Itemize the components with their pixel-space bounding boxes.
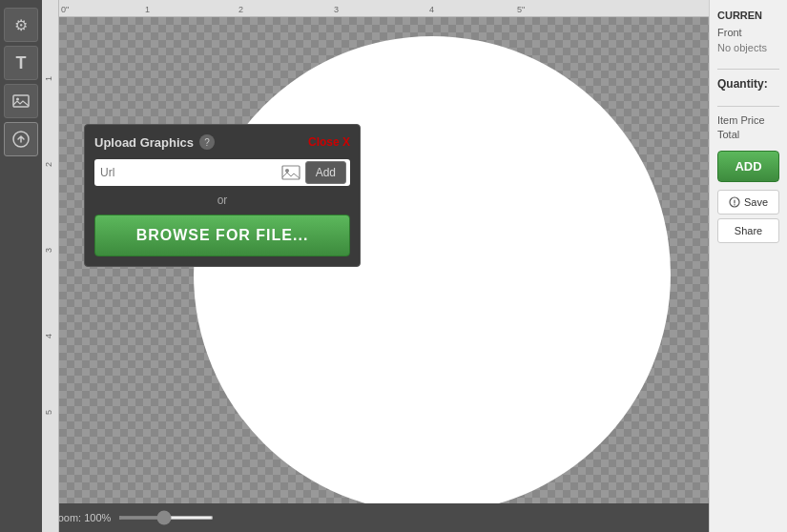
item-price-row: Item Price (717, 114, 779, 126)
ruler-mark-5: 5" (517, 5, 525, 14)
current-section-title: CURREN (717, 10, 779, 21)
save-icon (729, 196, 740, 208)
canvas-area: 0" 1 2 3 4 5" 1 2 3 4 5 Upload Graphics … (42, 0, 709, 532)
ruler-left-mark-2: 2 (44, 162, 53, 167)
svg-rect-3 (282, 166, 300, 179)
close-button[interactable]: Close X (308, 135, 350, 149)
ruler-mark-1: 1 (145, 5, 150, 14)
total-row: Total (717, 129, 779, 140)
panel-divider-1 (717, 69, 779, 70)
ruler-mark-2: 2 (238, 5, 243, 14)
zoom-label: Zoom: 100% (52, 512, 111, 523)
help-icon[interactable]: ? (199, 134, 215, 150)
ruler-left: 1 2 3 4 5 (42, 0, 59, 532)
popup-title-area: Upload Graphics ? (94, 134, 215, 150)
panel-divider-2 (717, 106, 779, 107)
ruler-left-mark-3: 3 (44, 248, 53, 253)
svg-rect-0 (13, 95, 29, 107)
browse-file-button[interactable]: BROWSE FOR FILE... (94, 215, 350, 256)
ruler-mark-0: 0" (61, 5, 69, 14)
item-price-label: Item Price (717, 114, 765, 126)
ruler-mark-3: 3 (334, 5, 339, 14)
canvas-surface[interactable] (59, 17, 709, 532)
popup-header: Upload Graphics ? Close X (94, 134, 350, 150)
add-to-cart-button[interactable]: ADD (717, 151, 779, 182)
popup-title: Upload Graphics (94, 135, 194, 150)
save-label: Save (744, 196, 768, 208)
front-label: Front (717, 27, 779, 38)
url-input[interactable] (98, 162, 277, 183)
ruler-left-mark-1: 1 (44, 76, 53, 81)
add-url-button[interactable]: Add (305, 161, 346, 184)
left-toolbar: ⚙ T (0, 0, 42, 532)
or-divider: or (94, 194, 350, 207)
upload-popup: Upload Graphics ? Close X Add or BROWSE … (84, 124, 361, 267)
design-circle (194, 36, 671, 513)
image-url-icon (280, 162, 301, 183)
text-button[interactable]: T (4, 46, 38, 80)
image-button[interactable] (4, 84, 38, 118)
ruler-mark-4: 4 (429, 5, 434, 14)
svg-point-1 (16, 98, 19, 101)
ruler-left-mark-4: 4 (44, 334, 53, 338)
quantity-label: Quantity: (717, 77, 779, 91)
save-button[interactable]: Save (717, 190, 779, 215)
url-row: Add (94, 159, 350, 186)
ruler-left-mark-5: 5 (44, 410, 53, 415)
upload-button[interactable] (4, 122, 38, 156)
right-panel: CURREN Front No objects Quantity: Item P… (709, 0, 787, 532)
settings-button[interactable]: ⚙ (4, 8, 38, 42)
total-label: Total (717, 129, 739, 140)
share-button[interactable]: Share (717, 218, 779, 243)
no-objects-value: No objects (717, 42, 779, 53)
zoom-bar: Zoom: 100% (42, 503, 709, 532)
zoom-slider[interactable] (118, 516, 214, 520)
ruler-top: 0" 1 2 3 4 5" (42, 0, 709, 17)
